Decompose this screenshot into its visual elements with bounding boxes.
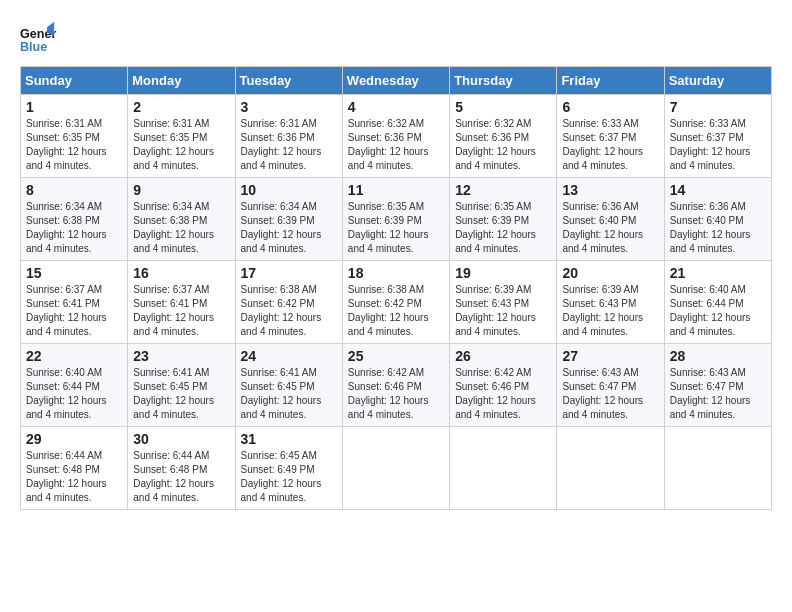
day-number: 26	[455, 348, 551, 364]
cell-info: Sunrise: 6:45 AMSunset: 6:49 PMDaylight:…	[241, 450, 322, 503]
calendar-cell: 7 Sunrise: 6:33 AMSunset: 6:37 PMDayligh…	[664, 95, 771, 178]
calendar-cell: 8 Sunrise: 6:34 AMSunset: 6:38 PMDayligh…	[21, 178, 128, 261]
calendar-cell	[557, 427, 664, 510]
day-number: 5	[455, 99, 551, 115]
cell-info: Sunrise: 6:32 AMSunset: 6:36 PMDaylight:…	[348, 118, 429, 171]
calendar-cell: 28 Sunrise: 6:43 AMSunset: 6:47 PMDaylig…	[664, 344, 771, 427]
cell-info: Sunrise: 6:43 AMSunset: 6:47 PMDaylight:…	[562, 367, 643, 420]
day-number: 24	[241, 348, 337, 364]
calendar-header-row: SundayMondayTuesdayWednesdayThursdayFrid…	[21, 67, 772, 95]
svg-text:Blue: Blue	[20, 40, 47, 54]
calendar-cell: 16 Sunrise: 6:37 AMSunset: 6:41 PMDaylig…	[128, 261, 235, 344]
cell-info: Sunrise: 6:37 AMSunset: 6:41 PMDaylight:…	[133, 284, 214, 337]
cell-info: Sunrise: 6:35 AMSunset: 6:39 PMDaylight:…	[348, 201, 429, 254]
cell-info: Sunrise: 6:41 AMSunset: 6:45 PMDaylight:…	[241, 367, 322, 420]
cell-info: Sunrise: 6:38 AMSunset: 6:42 PMDaylight:…	[348, 284, 429, 337]
logo: General Blue	[20, 20, 64, 56]
calendar-week-row: 1 Sunrise: 6:31 AMSunset: 6:35 PMDayligh…	[21, 95, 772, 178]
calendar-cell: 11 Sunrise: 6:35 AMSunset: 6:39 PMDaylig…	[342, 178, 449, 261]
day-number: 3	[241, 99, 337, 115]
calendar-cell: 4 Sunrise: 6:32 AMSunset: 6:36 PMDayligh…	[342, 95, 449, 178]
day-number: 27	[562, 348, 658, 364]
cell-info: Sunrise: 6:32 AMSunset: 6:36 PMDaylight:…	[455, 118, 536, 171]
calendar-cell: 26 Sunrise: 6:42 AMSunset: 6:46 PMDaylig…	[450, 344, 557, 427]
day-number: 7	[670, 99, 766, 115]
calendar-cell: 29 Sunrise: 6:44 AMSunset: 6:48 PMDaylig…	[21, 427, 128, 510]
cell-info: Sunrise: 6:42 AMSunset: 6:46 PMDaylight:…	[455, 367, 536, 420]
calendar-cell: 22 Sunrise: 6:40 AMSunset: 6:44 PMDaylig…	[21, 344, 128, 427]
day-number: 29	[26, 431, 122, 447]
calendar-cell: 3 Sunrise: 6:31 AMSunset: 6:36 PMDayligh…	[235, 95, 342, 178]
calendar-week-row: 8 Sunrise: 6:34 AMSunset: 6:38 PMDayligh…	[21, 178, 772, 261]
day-number: 14	[670, 182, 766, 198]
calendar-cell	[664, 427, 771, 510]
calendar-cell: 5 Sunrise: 6:32 AMSunset: 6:36 PMDayligh…	[450, 95, 557, 178]
cell-info: Sunrise: 6:40 AMSunset: 6:44 PMDaylight:…	[26, 367, 107, 420]
cell-info: Sunrise: 6:42 AMSunset: 6:46 PMDaylight:…	[348, 367, 429, 420]
calendar-cell: 6 Sunrise: 6:33 AMSunset: 6:37 PMDayligh…	[557, 95, 664, 178]
day-number: 15	[26, 265, 122, 281]
day-number: 25	[348, 348, 444, 364]
calendar-cell: 30 Sunrise: 6:44 AMSunset: 6:48 PMDaylig…	[128, 427, 235, 510]
calendar-table: SundayMondayTuesdayWednesdayThursdayFrid…	[20, 66, 772, 510]
cell-info: Sunrise: 6:41 AMSunset: 6:45 PMDaylight:…	[133, 367, 214, 420]
calendar-cell: 18 Sunrise: 6:38 AMSunset: 6:42 PMDaylig…	[342, 261, 449, 344]
column-header-tuesday: Tuesday	[235, 67, 342, 95]
calendar-cell: 15 Sunrise: 6:37 AMSunset: 6:41 PMDaylig…	[21, 261, 128, 344]
calendar-cell: 17 Sunrise: 6:38 AMSunset: 6:42 PMDaylig…	[235, 261, 342, 344]
calendar-cell: 19 Sunrise: 6:39 AMSunset: 6:43 PMDaylig…	[450, 261, 557, 344]
column-header-thursday: Thursday	[450, 67, 557, 95]
calendar-cell: 9 Sunrise: 6:34 AMSunset: 6:38 PMDayligh…	[128, 178, 235, 261]
day-number: 21	[670, 265, 766, 281]
cell-info: Sunrise: 6:44 AMSunset: 6:48 PMDaylight:…	[26, 450, 107, 503]
cell-info: Sunrise: 6:39 AMSunset: 6:43 PMDaylight:…	[562, 284, 643, 337]
day-number: 23	[133, 348, 229, 364]
cell-info: Sunrise: 6:31 AMSunset: 6:36 PMDaylight:…	[241, 118, 322, 171]
calendar-cell: 1 Sunrise: 6:31 AMSunset: 6:35 PMDayligh…	[21, 95, 128, 178]
logo-icon: General Blue	[20, 20, 56, 56]
cell-info: Sunrise: 6:33 AMSunset: 6:37 PMDaylight:…	[670, 118, 751, 171]
column-header-saturday: Saturday	[664, 67, 771, 95]
day-number: 19	[455, 265, 551, 281]
calendar-cell: 31 Sunrise: 6:45 AMSunset: 6:49 PMDaylig…	[235, 427, 342, 510]
day-number: 16	[133, 265, 229, 281]
cell-info: Sunrise: 6:39 AMSunset: 6:43 PMDaylight:…	[455, 284, 536, 337]
calendar-cell: 20 Sunrise: 6:39 AMSunset: 6:43 PMDaylig…	[557, 261, 664, 344]
day-number: 4	[348, 99, 444, 115]
cell-info: Sunrise: 6:31 AMSunset: 6:35 PMDaylight:…	[133, 118, 214, 171]
day-number: 8	[26, 182, 122, 198]
cell-info: Sunrise: 6:40 AMSunset: 6:44 PMDaylight:…	[670, 284, 751, 337]
calendar-cell: 25 Sunrise: 6:42 AMSunset: 6:46 PMDaylig…	[342, 344, 449, 427]
day-number: 13	[562, 182, 658, 198]
calendar-week-row: 29 Sunrise: 6:44 AMSunset: 6:48 PMDaylig…	[21, 427, 772, 510]
day-number: 17	[241, 265, 337, 281]
day-number: 22	[26, 348, 122, 364]
day-number: 6	[562, 99, 658, 115]
day-number: 30	[133, 431, 229, 447]
column-header-monday: Monday	[128, 67, 235, 95]
day-number: 28	[670, 348, 766, 364]
calendar-week-row: 15 Sunrise: 6:37 AMSunset: 6:41 PMDaylig…	[21, 261, 772, 344]
day-number: 9	[133, 182, 229, 198]
cell-info: Sunrise: 6:34 AMSunset: 6:39 PMDaylight:…	[241, 201, 322, 254]
calendar-cell	[450, 427, 557, 510]
calendar-cell: 10 Sunrise: 6:34 AMSunset: 6:39 PMDaylig…	[235, 178, 342, 261]
cell-info: Sunrise: 6:34 AMSunset: 6:38 PMDaylight:…	[133, 201, 214, 254]
cell-info: Sunrise: 6:31 AMSunset: 6:35 PMDaylight:…	[26, 118, 107, 171]
day-number: 20	[562, 265, 658, 281]
day-number: 10	[241, 182, 337, 198]
calendar-cell: 23 Sunrise: 6:41 AMSunset: 6:45 PMDaylig…	[128, 344, 235, 427]
cell-info: Sunrise: 6:36 AMSunset: 6:40 PMDaylight:…	[562, 201, 643, 254]
column-header-sunday: Sunday	[21, 67, 128, 95]
cell-info: Sunrise: 6:37 AMSunset: 6:41 PMDaylight:…	[26, 284, 107, 337]
day-number: 12	[455, 182, 551, 198]
day-number: 1	[26, 99, 122, 115]
day-number: 18	[348, 265, 444, 281]
day-number: 31	[241, 431, 337, 447]
column-header-wednesday: Wednesday	[342, 67, 449, 95]
page-header: General Blue	[20, 20, 772, 56]
cell-info: Sunrise: 6:36 AMSunset: 6:40 PMDaylight:…	[670, 201, 751, 254]
cell-info: Sunrise: 6:44 AMSunset: 6:48 PMDaylight:…	[133, 450, 214, 503]
day-number: 11	[348, 182, 444, 198]
column-header-friday: Friday	[557, 67, 664, 95]
